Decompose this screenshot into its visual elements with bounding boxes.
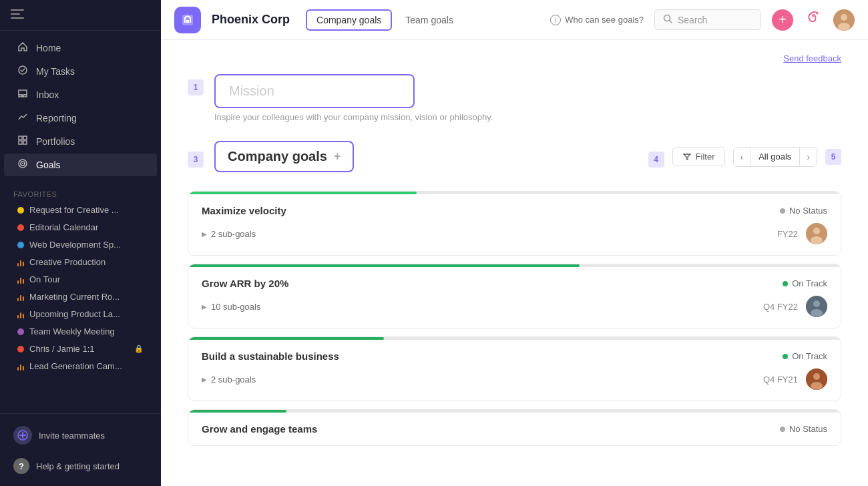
status-label: No Status: [789, 206, 827, 216]
fav-item-editorial-calendar[interactable]: Editorial Calendar: [4, 219, 157, 236]
favorites-label: Favorites: [0, 182, 161, 201]
fav-item-creative-production[interactable]: Creative Production: [4, 254, 157, 270]
fav-dot: [17, 328, 24, 335]
svg-point-14: [664, 15, 670, 21]
company-goals-title-box: Company goals +: [214, 141, 354, 172]
add-button[interactable]: +: [772, 9, 793, 31]
goal-body: Build a sustainable business On Track ▶ …: [188, 340, 841, 401]
bar-chart-icon: [17, 310, 24, 318]
sidebar-item-inbox[interactable]: Inbox: [4, 83, 157, 106]
goal-meta: Q4 FY21: [763, 369, 827, 390]
goal-top: Grow ARR by 20% On Track: [202, 278, 827, 289]
inbox-icon: [17, 88, 29, 101]
sub-goals-toggle[interactable]: ▶ 10 sub-goals: [202, 302, 260, 312]
fav-item-on-tour[interactable]: On Tour: [4, 271, 157, 288]
status-dot: [780, 427, 785, 432]
fav-item-marketing-current[interactable]: Marketing Current Ro...: [4, 288, 157, 305]
goal-avatar: [806, 223, 827, 244]
fav-item-chris-jamie[interactable]: Chris / Jamie 1:1 🔒: [4, 340, 157, 357]
svg-point-17: [841, 14, 847, 21]
goals-list: Maximize velocity No Status ▶ 2 sub-goal…: [188, 191, 841, 446]
fav-item-label: Creative Production: [29, 257, 105, 267]
period-next-button[interactable]: ›: [800, 148, 817, 166]
tab-team-goals[interactable]: Team goals: [395, 9, 464, 31]
sidebar-toggle-icon[interactable]: [11, 8, 24, 22]
goal-avatar: [806, 296, 827, 317]
fav-dot: [17, 242, 24, 248]
who-can-see-label: Who can see goals?: [565, 15, 644, 25]
reporting-icon: [17, 111, 29, 125]
goal-status: No Status: [780, 206, 827, 216]
mission-subtitle: Inspire your colleagues with your compan…: [214, 112, 493, 122]
mission-section: 1 Mission Inspire your colleagues with y…: [188, 74, 841, 122]
goal-body: Grow and engage teams No Status: [188, 413, 841, 445]
goal-name: Build a sustainable business: [202, 350, 339, 362]
fav-item-request-creative[interactable]: Request for Creative ...: [4, 202, 157, 218]
fav-item-label: Upcoming Product La...: [29, 309, 120, 319]
portfolios-icon: [17, 135, 29, 148]
goal-period: Q4 FY22: [763, 302, 798, 312]
sidebar-item-my-tasks-label: My Tasks: [36, 66, 75, 77]
sub-goals-count: 2 sub-goals: [211, 375, 256, 385]
goal-status: On Track: [783, 278, 827, 288]
who-can-see-button[interactable]: i Who can see goals?: [550, 15, 644, 25]
svg-rect-13: [186, 20, 189, 23]
lock-icon: 🔒: [134, 344, 144, 353]
feedback-link: Send feedback: [188, 53, 841, 63]
invite-icon: [13, 426, 32, 445]
mission-input[interactable]: Mission: [214, 74, 415, 108]
send-feedback-link[interactable]: Send feedback: [783, 53, 841, 63]
goal-card-grow-arr: Grow ARR by 20% On Track ▶ 10 sub-goals …: [188, 264, 841, 328]
sub-goals-toggle[interactable]: ▶ 2 sub-goals: [202, 375, 256, 385]
fav-item-upcoming-product[interactable]: Upcoming Product La...: [4, 306, 157, 322]
bar-chart-icon: [17, 293, 24, 301]
svg-point-23: [813, 300, 820, 307]
sidebar-item-portfolios[interactable]: Portfolios: [4, 130, 157, 153]
sidebar-item-my-tasks[interactable]: My Tasks: [4, 60, 157, 83]
sidebar-item-reporting[interactable]: Reporting: [4, 107, 157, 130]
chevron-icon: ▶: [202, 376, 207, 383]
fav-item-label: Chris / Jamie 1:1: [29, 344, 95, 354]
svg-point-27: [811, 382, 823, 390]
svg-point-21: [811, 236, 823, 244]
fav-item-lead-gen[interactable]: Lead Generation Cam...: [4, 358, 157, 375]
goal-meta: FY22: [777, 223, 827, 244]
content-area: Send feedback 1 Mission Inspire your col…: [161, 40, 868, 486]
goal-status: On Track: [783, 351, 827, 361]
company-logo: [174, 7, 201, 33]
bar-chart-icon: [17, 276, 24, 284]
sidebar-item-home[interactable]: Home: [4, 37, 157, 59]
add-goal-icon[interactable]: +: [334, 150, 341, 164]
fav-item-web-dev[interactable]: Web Development Sp...: [4, 236, 157, 253]
goal-avatar: [806, 369, 827, 390]
tab-company-goals[interactable]: Company goals: [306, 9, 392, 31]
fav-item-label: Team Weekly Meeting: [29, 326, 115, 336]
goal-name: Grow ARR by 20%: [202, 278, 288, 289]
goal-card-sustainable: Build a sustainable business On Track ▶ …: [188, 336, 841, 401]
sidebar-nav: Home My Tasks Inbox: [0, 31, 161, 182]
sidebar: Home My Tasks Inbox: [0, 0, 161, 486]
invite-teammates-button[interactable]: Invite teammates: [0, 419, 161, 451]
fav-dot: [17, 224, 24, 231]
fav-item-team-weekly[interactable]: Team Weekly Meeting: [4, 323, 157, 340]
sub-goals-toggle[interactable]: ▶ 2 sub-goals: [202, 229, 256, 239]
search-box[interactable]: Search: [654, 9, 761, 30]
step-1-badge: 1: [188, 79, 204, 95]
mission-placeholder: Mission: [229, 83, 274, 98]
info-icon: i: [550, 15, 561, 25]
status-label: On Track: [792, 351, 827, 361]
filter-button[interactable]: Filter: [672, 147, 725, 166]
goal-name: Maximize velocity: [202, 205, 286, 216]
help-button[interactable]: ? Help & getting started: [0, 451, 161, 481]
bird-icon[interactable]: [804, 9, 823, 31]
user-avatar[interactable]: [833, 9, 855, 31]
period-navigator: ‹ All goals ›: [733, 147, 817, 167]
goal-top: Build a sustainable business On Track: [202, 350, 827, 362]
search-text: Search: [678, 15, 707, 25]
main-content: Phoenix Corp Company goals Team goals i …: [161, 0, 868, 486]
fav-item-label: Editorial Calendar: [29, 222, 98, 232]
step-5-badge: 5: [825, 149, 841, 165]
sidebar-item-goals[interactable]: Goals: [4, 154, 157, 176]
bar-chart-icon: [17, 258, 24, 266]
period-prev-button[interactable]: ‹: [734, 148, 750, 166]
